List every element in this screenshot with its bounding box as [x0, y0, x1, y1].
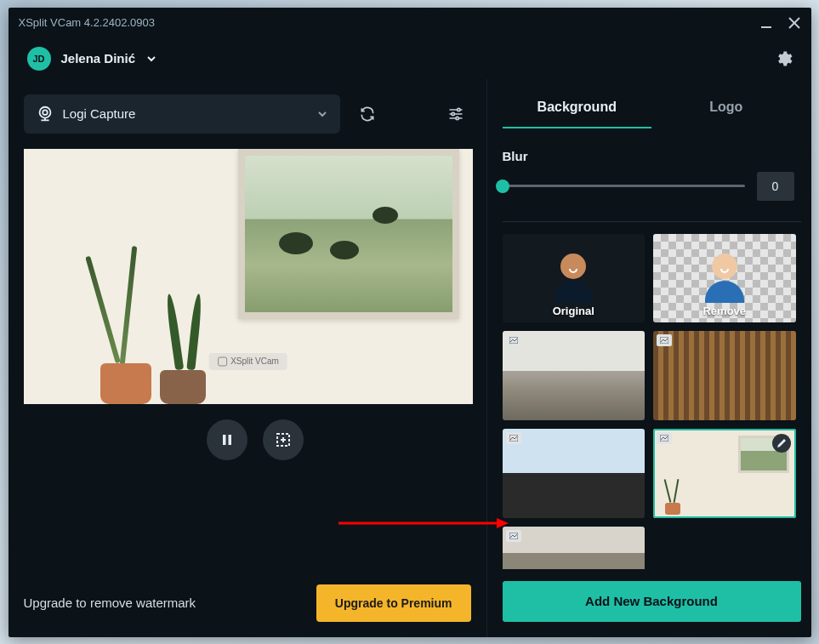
- preview-controls: [24, 419, 486, 460]
- window-controls: [760, 16, 801, 30]
- blur-section: Blur 0: [503, 149, 801, 201]
- pause-button[interactable]: [207, 419, 247, 460]
- bg-option-label: Remove: [653, 305, 796, 317]
- bg-option-preset[interactable]: [653, 331, 796, 420]
- minimize-icon[interactable]: [760, 17, 772, 29]
- svg-rect-12: [223, 435, 226, 445]
- background-grid-scroll[interactable]: Original Remove: [503, 234, 801, 569]
- svg-point-3: [39, 106, 50, 117]
- svg-rect-11: [218, 357, 226, 366]
- app-window: XSplit VCam 4.2.2402.0903 JD Jelena Dini…: [9, 8, 811, 637]
- close-icon[interactable]: [788, 16, 801, 30]
- titlebar: XSplit VCam 4.2.2402.0903: [9, 8, 811, 38]
- user-bar: JD Jelena Dinić: [9, 38, 811, 79]
- main-body: Logi Capture: [9, 79, 811, 637]
- chevron-down-icon: [145, 53, 157, 65]
- avatar: JD: [27, 47, 51, 71]
- svg-point-8: [457, 108, 459, 111]
- crop-icon: [276, 432, 291, 447]
- image-badge-icon: [657, 334, 672, 346]
- user-menu[interactable]: JD Jelena Dinić: [27, 47, 158, 71]
- refresh-button[interactable]: [352, 99, 383, 129]
- right-panel: Background Logo Blur 0 Original: [486, 79, 811, 637]
- tab-background[interactable]: Background: [503, 91, 652, 128]
- svg-point-9: [452, 112, 454, 115]
- slider-thumb[interactable]: [496, 180, 509, 193]
- camera-toolbar: Logi Capture: [24, 94, 486, 134]
- gear-icon[interactable]: [774, 49, 793, 68]
- camera-select[interactable]: Logi Capture: [24, 94, 340, 134]
- upgrade-text: Upgrade to remove watermark: [24, 596, 196, 610]
- image-badge-icon: [506, 530, 521, 542]
- camera-preview: XSplit VCam: [24, 149, 473, 404]
- bg-option-remove[interactable]: Remove: [653, 234, 796, 323]
- svg-point-10: [456, 117, 458, 119]
- filters-button[interactable]: [441, 99, 471, 129]
- image-badge-icon: [506, 334, 521, 346]
- chevron-down-icon: [316, 108, 328, 120]
- left-panel: Logi Capture: [9, 79, 486, 637]
- blur-label: Blur: [503, 149, 794, 163]
- watermark: XSplit VCam: [208, 353, 287, 370]
- crop-button[interactable]: [263, 419, 304, 460]
- tabs: Background Logo: [503, 91, 801, 128]
- user-name: Jelena Dinić: [61, 51, 136, 66]
- upgrade-button[interactable]: Upgrade to Premium: [316, 584, 471, 622]
- bg-option-original[interactable]: Original: [503, 234, 646, 323]
- divider: [503, 221, 801, 222]
- background-grid: Original Remove: [503, 234, 796, 569]
- tab-logo[interactable]: Logo: [651, 91, 801, 128]
- bg-option-label: Original: [503, 305, 646, 317]
- bg-option-preset[interactable]: [503, 429, 646, 518]
- blur-slider[interactable]: [503, 185, 745, 187]
- bg-option-preset[interactable]: [503, 331, 646, 420]
- pause-icon: [221, 434, 233, 446]
- webcam-icon: [36, 105, 54, 123]
- camera-select-label: Logi Capture: [63, 106, 136, 121]
- image-badge-icon: [506, 432, 521, 444]
- svg-point-4: [43, 110, 48, 115]
- refresh-icon: [359, 105, 376, 123]
- upgrade-row: Upgrade to remove watermark Upgrade to P…: [24, 584, 486, 622]
- window-title: XSplit VCam 4.2.2402.0903: [19, 16, 155, 29]
- image-badge-icon: [657, 432, 672, 444]
- pencil-icon: [776, 438, 787, 448]
- blur-value: 0: [757, 172, 794, 201]
- bg-option-preset[interactable]: [653, 429, 796, 518]
- bg-option-preset[interactable]: [503, 527, 646, 569]
- edit-background-button[interactable]: [772, 434, 791, 453]
- sliders-icon: [447, 105, 464, 123]
- svg-rect-13: [228, 435, 231, 445]
- add-background-button[interactable]: Add New Background: [503, 581, 801, 622]
